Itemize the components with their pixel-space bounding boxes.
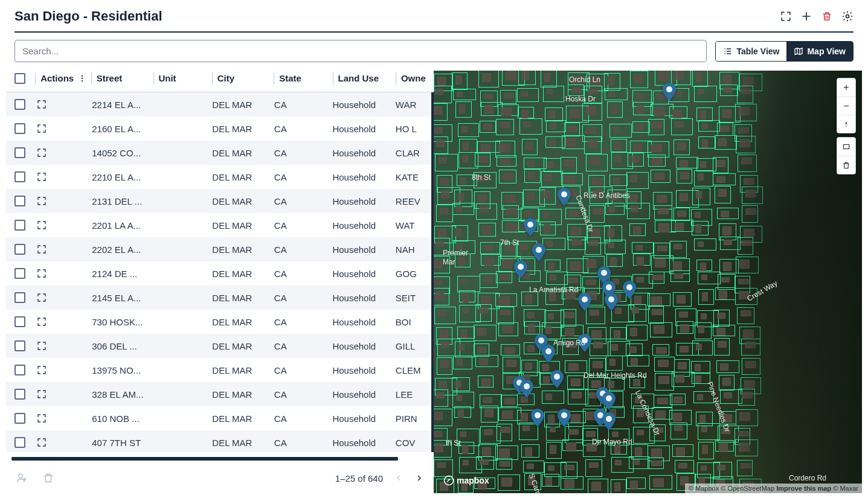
attrib-improve[interactable]: Improve this map: [776, 485, 831, 492]
expand-row-icon[interactable]: [37, 341, 47, 351]
attrib-maxar[interactable]: © Maxar: [833, 485, 858, 492]
hscroll-thumb[interactable]: [11, 457, 398, 461]
col-owner-label[interactable]: Owne: [401, 73, 434, 83]
row-checkbox[interactable]: [14, 389, 25, 400]
zoom-in-button[interactable]: +: [837, 78, 855, 97]
row-checkbox[interactable]: [14, 437, 25, 448]
map-pin[interactable]: [513, 260, 528, 278]
row-checkbox[interactable]: [14, 365, 25, 375]
map-pin[interactable]: [523, 218, 538, 236]
row-checkbox[interactable]: [14, 268, 25, 279]
row-checkbox[interactable]: [14, 292, 25, 303]
expand-row-icon[interactable]: [37, 124, 47, 133]
map-pin[interactable]: [557, 188, 571, 206]
map-panel[interactable]: Orchid LnHoska Dr8th StRue D AntibesCond…: [434, 71, 862, 493]
row-checkbox[interactable]: [14, 244, 25, 255]
map-draw-controls: [837, 137, 856, 174]
cell-landuse: Household: [332, 438, 395, 448]
map-view-button[interactable]: Map View: [786, 42, 853, 61]
expand-row-icon[interactable]: [37, 365, 47, 375]
row-checkbox[interactable]: [14, 171, 25, 182]
expand-row-icon[interactable]: [37, 196, 47, 206]
table-row[interactable]: 13975 NO... DEL MAR CA Household CLEM: [6, 358, 431, 382]
expand-row-icon[interactable]: [37, 220, 47, 230]
row-checkbox[interactable]: [14, 413, 25, 424]
map-pin[interactable]: [602, 412, 616, 430]
expand-row-icon[interactable]: [37, 389, 47, 399]
cell-landuse: Household: [332, 365, 395, 375]
delete-shape-button[interactable]: [837, 156, 855, 174]
attrib-mapbox[interactable]: © Mapbox: [689, 485, 719, 492]
map-pin[interactable]: [622, 281, 637, 299]
expand-row-icon[interactable]: [37, 413, 47, 423]
table-row[interactable]: 2124 DE ... DEL MAR CA Household GOG: [6, 261, 431, 286]
row-checkbox[interactable]: [14, 147, 25, 158]
table-row[interactable]: 2210 EL A... DEL MAR CA Household KATE: [6, 165, 431, 189]
table-row[interactable]: 2145 EL A... DEL MAR CA Household SEIT: [6, 286, 431, 310]
expand-row-icon[interactable]: [37, 293, 47, 302]
row-checkbox[interactable]: [14, 99, 25, 110]
map-pin[interactable]: [577, 293, 592, 311]
table-row[interactable]: 306 DEL ... DEL MAR CA Household GILL: [6, 334, 431, 358]
expand-row-icon[interactable]: [37, 438, 47, 447]
map-pin[interactable]: [557, 409, 571, 427]
table-row[interactable]: 2160 EL A... DEL MAR CA Household HO L: [6, 117, 431, 141]
map-pin[interactable]: [550, 370, 564, 388]
delete-icon[interactable]: [821, 10, 833, 22]
col-actions-label[interactable]: Actions: [40, 73, 74, 83]
compass-button[interactable]: [837, 115, 855, 133]
expand-icon[interactable]: [780, 10, 792, 22]
table-row[interactable]: 328 EL AM... DEL MAR CA Household LEE: [6, 382, 431, 406]
table-body[interactable]: 2214 EL A... DEL MAR CA Household WAR 21…: [6, 92, 434, 452]
cell-city: DEL MAR: [212, 389, 274, 400]
map-pin[interactable]: [532, 243, 546, 261]
table-header: Actions Street Unit City State Land Use …: [6, 71, 434, 92]
zoom-out-button[interactable]: −: [837, 97, 855, 115]
expand-row-icon[interactable]: [37, 269, 47, 278]
map-pin[interactable]: [519, 380, 534, 398]
draw-rectangle-button[interactable]: [837, 138, 855, 156]
map-pin[interactable]: [541, 345, 556, 363]
map-pin[interactable]: [662, 83, 677, 101]
map-pin[interactable]: [530, 409, 545, 427]
add-user-icon[interactable]: [16, 472, 28, 484]
table-row[interactable]: 2201 LA A... DEL MAR CA Household WAT: [6, 213, 431, 237]
table-row[interactable]: 610 NOB ... DEL MAR CA Household PIRN: [6, 406, 431, 430]
select-all-checkbox[interactable]: [14, 73, 25, 84]
row-checkbox[interactable]: [14, 340, 25, 351]
row-checkbox[interactable]: [14, 220, 25, 231]
column-menu-icon[interactable]: [78, 74, 86, 83]
col-unit-label[interactable]: Unit: [158, 73, 211, 83]
row-checkbox[interactable]: [14, 316, 25, 327]
table-row[interactable]: 730 HOSK... DEL MAR CA Household BOI: [6, 310, 431, 334]
table-row[interactable]: 2214 EL A... DEL MAR CA Household WAR: [6, 92, 431, 117]
map-pin[interactable]: [604, 293, 619, 311]
table-row[interactable]: 14052 CO... DEL MAR CA Household CLAR: [6, 141, 431, 165]
cell-landuse: Household: [332, 196, 395, 206]
expand-row-icon[interactable]: [37, 148, 47, 158]
table-row[interactable]: 407 7TH ST DEL MAR CA Household COV: [6, 430, 431, 452]
add-icon[interactable]: [800, 10, 812, 22]
map-pin[interactable]: [602, 392, 616, 410]
col-state-label[interactable]: State: [279, 73, 332, 83]
cell-street: 2210 EL A...: [92, 172, 154, 182]
next-page-icon[interactable]: [414, 473, 424, 483]
row-checkbox[interactable]: [14, 196, 25, 206]
table-row[interactable]: 2131 DEL ... DEL MAR CA Household REEV: [6, 189, 431, 213]
search-input[interactable]: [14, 40, 707, 62]
expand-row-icon[interactable]: [37, 317, 47, 327]
expand-row-icon[interactable]: [37, 172, 47, 182]
col-landuse-label[interactable]: Land Use: [338, 73, 396, 83]
table-view-button[interactable]: Table View: [716, 42, 786, 61]
table-row[interactable]: 2202 EL A... DEL MAR CA Household NAH: [6, 237, 431, 261]
col-city-label[interactable]: City: [217, 73, 274, 83]
col-street-label[interactable]: Street: [97, 73, 153, 83]
delete-selected-icon[interactable]: [42, 472, 54, 484]
cell-state: CA: [274, 293, 333, 303]
expand-row-icon[interactable]: [37, 100, 47, 109]
row-checkbox[interactable]: [14, 123, 25, 134]
settings-icon[interactable]: [841, 10, 854, 22]
hscroll-track[interactable]: [11, 457, 397, 461]
attrib-osm[interactable]: © OpenStreetMap: [721, 485, 774, 492]
expand-row-icon[interactable]: [37, 244, 47, 254]
